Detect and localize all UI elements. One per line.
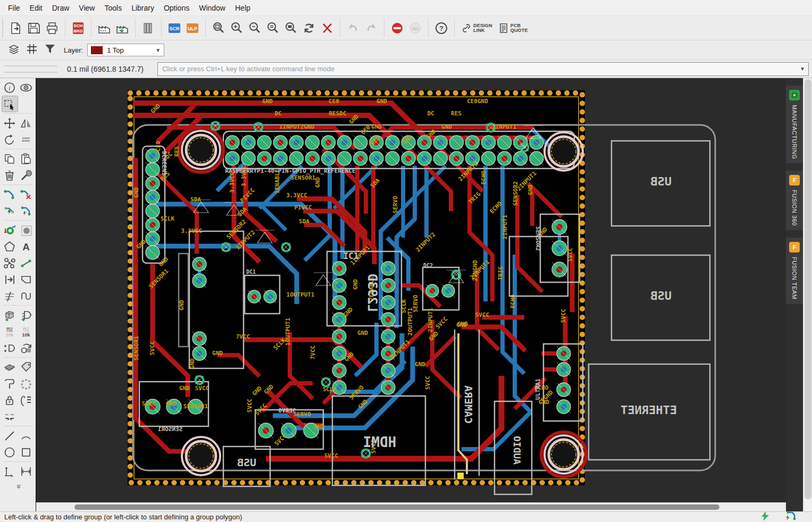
layer-dropdown[interactable]: 1 Top ▼ (87, 44, 164, 56)
tag-tool-icon[interactable] (18, 359, 35, 375)
dock-tab-manufacturing[interactable]: MANUFACTURING (786, 86, 803, 163)
library-icon[interactable] (139, 20, 157, 37)
add-part-tool-icon[interactable] (2, 307, 18, 323)
go-icon[interactable]: GO (406, 20, 424, 37)
layer-settings-icon[interactable] (7, 43, 20, 57)
route-status-icon[interactable] (784, 511, 796, 522)
value-tool-icon[interactable]: R210k (2, 323, 18, 340)
ripup-tool-icon[interactable] (18, 186, 35, 203)
dock-tab-fusion-360[interactable]: FFUSION 360 (786, 171, 803, 230)
dock-tab-fusion-team[interactable]: FFUSION TEAM (786, 238, 803, 304)
cam-process-icon[interactable] (113, 20, 131, 37)
pour-tool-icon[interactable] (18, 271, 35, 288)
menu-item-help[interactable]: Help (230, 1, 255, 15)
save-icon[interactable] (25, 20, 43, 37)
polygon-tool-icon[interactable] (2, 238, 18, 255)
net-label: GND (527, 184, 534, 195)
zoom-in-icon[interactable] (228, 20, 246, 37)
rect-tool-icon[interactable] (18, 444, 35, 460)
fusion-icon: F (789, 175, 800, 186)
meander-tool-icon[interactable] (2, 288, 18, 304)
circle-tool-icon[interactable] (2, 444, 18, 460)
horizontal-scrollbar-thumb[interactable] (74, 504, 719, 510)
palette-more-chevron-icon[interactable]: « (13, 486, 22, 489)
load-board-icon[interactable] (7, 20, 25, 37)
grid-icon[interactable] (26, 43, 38, 57)
zoom-select-icon[interactable] (264, 20, 282, 37)
menu-item-tools[interactable]: Tools (99, 1, 127, 15)
menu-item-file[interactable]: File (3, 1, 25, 15)
silkscreen-label: IC1 (344, 251, 359, 261)
stop-x-icon[interactable] (318, 20, 336, 37)
palette-row (2, 167, 35, 183)
errors-tool-icon[interactable] (18, 392, 35, 408)
palette-separator (3, 184, 33, 185)
design-link-button[interactable]: DESIGNLINK (458, 20, 496, 37)
vertical-scrollbar[interactable] (803, 78, 812, 511)
via-tool-icon[interactable] (2, 222, 18, 238)
miter-tool-icon[interactable] (18, 203, 35, 219)
zoom-fit-icon[interactable] (210, 20, 228, 37)
command-history-chevron-icon[interactable]: ▼ (800, 66, 808, 72)
menu-item-options[interactable]: Options (159, 1, 194, 15)
flash-icon[interactable] (760, 511, 771, 522)
menu-item-draw[interactable]: Draw (47, 1, 74, 15)
copy-tool-icon[interactable] (2, 150, 18, 167)
line-tool-icon[interactable] (2, 427, 18, 444)
group-select-tool-icon[interactable] (2, 96, 18, 112)
replace-tool-icon[interactable] (18, 340, 35, 356)
signal-tool-icon[interactable] (2, 271, 18, 288)
split-tool-icon[interactable] (2, 203, 18, 219)
zoom-out-icon[interactable] (246, 20, 264, 37)
invoke-tool-icon[interactable] (2, 340, 18, 356)
wrench-tool-icon[interactable] (18, 167, 35, 183)
ulp-icon[interactable]: ULP (183, 20, 202, 37)
part-cluster-tool-icon[interactable] (2, 255, 18, 271)
name-tool-icon[interactable] (18, 131, 35, 148)
measure-tool-icon[interactable] (18, 463, 35, 479)
wave-tool-icon[interactable] (18, 288, 35, 304)
menu-item-library[interactable]: Library (127, 1, 159, 15)
pad-tool-icon[interactable] (18, 222, 35, 238)
autoroute-tool-icon[interactable] (18, 375, 35, 392)
ic-tool-icon[interactable] (2, 359, 18, 375)
add-gate-tool-icon[interactable] (18, 307, 35, 323)
smash-tool-icon[interactable]: R210k (18, 323, 35, 340)
dimension-tool-icon[interactable] (2, 463, 18, 479)
command-line-input[interactable] (158, 65, 800, 73)
horizontal-scrollbar[interactable] (36, 502, 786, 511)
paste-tool-icon[interactable] (18, 150, 35, 167)
ratsnest-tool-icon[interactable] (2, 375, 18, 392)
move-tool-icon[interactable] (2, 115, 18, 131)
zoom-redraw-icon[interactable] (282, 20, 300, 37)
pcb-canvas[interactable]: GNDCE0GNDCE0GNDDCRESDCDCRES1INPUT2GNDGND… (36, 78, 786, 502)
undo-icon[interactable] (344, 20, 362, 37)
vertical-scrollbar-thumb[interactable] (805, 79, 811, 499)
pcb-quote-button[interactable]: PCBQUOTE (496, 20, 531, 37)
text-tool-icon[interactable]: A (18, 238, 35, 255)
toolbar-grip[interactable] (4, 65, 57, 73)
rotate-tool-icon[interactable] (2, 131, 18, 148)
wire-tool-icon[interactable] (18, 255, 35, 271)
info-tool-icon[interactable]: i (2, 79, 18, 96)
lock-tool-icon[interactable] (2, 392, 18, 408)
menu-item-edit[interactable]: Edit (25, 1, 47, 15)
sch-brd-icon[interactable]: SCHBRD (69, 20, 87, 37)
scr-icon[interactable]: SCR (165, 20, 183, 37)
arc-tool-icon[interactable] (18, 427, 35, 444)
help-icon[interactable]: ? (432, 20, 450, 37)
eye-tool-icon[interactable] (18, 79, 35, 96)
delete-tool-icon[interactable] (2, 167, 18, 183)
refresh-icon[interactable] (300, 20, 318, 37)
cam-icon[interactable] (95, 20, 113, 37)
optimize-tool-icon[interactable] (2, 408, 18, 425)
print-icon[interactable] (43, 20, 61, 37)
mirror-tool-icon[interactable] (18, 115, 35, 131)
stop-icon[interactable] (388, 20, 406, 37)
redo-icon[interactable] (362, 20, 380, 37)
filter-icon[interactable] (44, 43, 56, 57)
net-label: 5VCC (567, 248, 574, 262)
menu-item-view[interactable]: View (74, 1, 99, 15)
menu-item-window[interactable]: Window (194, 1, 230, 15)
route-tool-icon[interactable] (2, 186, 18, 203)
